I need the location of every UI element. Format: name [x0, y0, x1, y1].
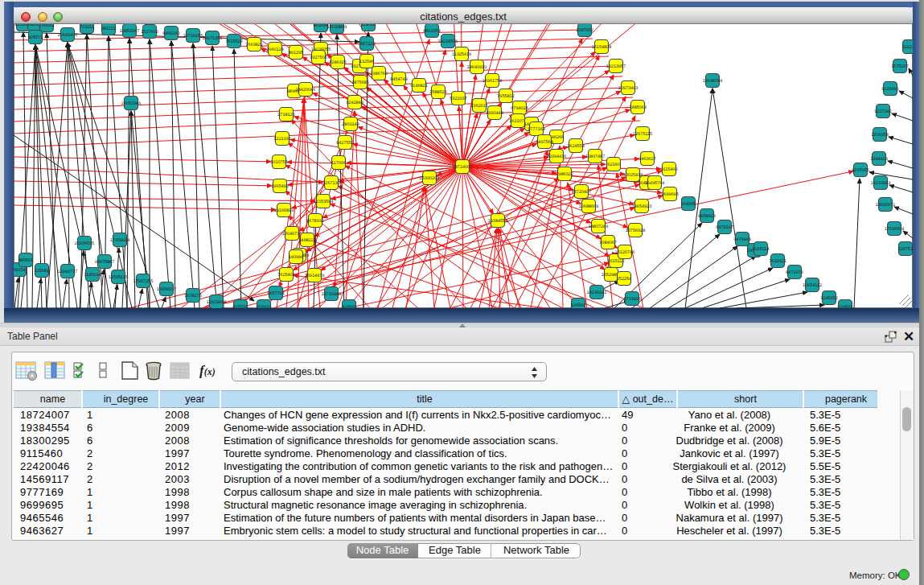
svg-text:164095: 164095 [681, 202, 696, 207]
svg-text:10025438: 10025438 [623, 173, 643, 178]
svg-text:16648784: 16648784 [703, 79, 722, 84]
svg-text:9960124: 9960124 [266, 47, 283, 52]
svg-text:10756928: 10756928 [626, 229, 645, 233]
svg-text:10973493: 10973493 [618, 86, 638, 91]
svg-text:116753: 116753 [898, 247, 913, 252]
svg-text:11325419: 11325419 [452, 52, 471, 57]
svg-text:111233: 111233 [902, 45, 913, 50]
svg-text:8427552: 8427552 [336, 141, 353, 146]
svg-text:8186325: 8186325 [329, 60, 346, 65]
svg-text:132546: 132546 [359, 60, 374, 64]
svg-text:7955812: 7955812 [497, 94, 514, 99]
svg-text:3875685: 3875685 [351, 80, 368, 85]
svg-text:12923448: 12923448 [207, 300, 226, 305]
svg-text:924501: 924501 [838, 305, 852, 308]
svg-text:93975887: 93975887 [95, 260, 114, 265]
svg-text:140994: 140994 [289, 255, 303, 260]
svg-text:8990448: 8990448 [486, 111, 503, 116]
svg-text:2803144: 2803144 [342, 122, 359, 127]
svg-text:17359924: 17359924 [110, 238, 129, 243]
svg-text:5322037: 5322037 [450, 97, 466, 101]
svg-text:9327506: 9327506 [310, 56, 326, 60]
svg-text:931002: 931002 [361, 24, 376, 27]
svg-text:19166829: 19166829 [274, 208, 294, 213]
svg-text:7485063: 7485063 [629, 105, 646, 110]
svg-text:9474444: 9474444 [733, 237, 750, 242]
svg-text:20053346: 20053346 [121, 101, 141, 106]
svg-text:16914479: 16914479 [305, 274, 324, 278]
svg-text:981122: 981122 [101, 27, 116, 31]
svg-text:10654112: 10654112 [803, 283, 822, 288]
svg-text:10807487: 10807487 [585, 154, 605, 159]
svg-text:12213957: 12213957 [606, 64, 626, 69]
svg-text:9777169: 9777169 [528, 127, 544, 132]
svg-text:17016504: 17016504 [885, 227, 904, 232]
svg-text:2386760: 2386760 [370, 72, 387, 76]
svg-text:3498222: 3498222 [298, 238, 315, 243]
svg-text:9657791: 9657791 [267, 291, 284, 296]
svg-text:8958923: 8958923 [698, 214, 715, 219]
svg-text:9146821: 9146821 [410, 84, 427, 89]
svg-text:62160: 62160 [607, 163, 619, 167]
svg-text:10719155: 10719155 [183, 34, 203, 39]
svg-text:3267130: 3267130 [322, 181, 339, 186]
svg-text:12505135: 12505135 [109, 275, 128, 280]
svg-text:19384554: 19384554 [488, 219, 507, 224]
svg-text:106540: 106540 [571, 303, 585, 308]
svg-text:2935114: 2935114 [752, 247, 769, 252]
svg-text:252254: 252254 [617, 277, 631, 282]
svg-text:20364436: 20364436 [547, 154, 566, 159]
svg-text:1221336: 1221336 [273, 137, 290, 142]
svg-text:1615112: 1615112 [607, 259, 624, 264]
svg-text:12353594: 12353594 [314, 200, 333, 204]
svg-text:1209358: 1209358 [871, 133, 888, 138]
svg-text:9245652: 9245652 [820, 296, 837, 301]
svg-text:117006: 117006 [331, 161, 346, 166]
svg-text:763211: 763211 [80, 25, 94, 30]
svg-text:2087652: 2087652 [576, 28, 593, 33]
svg-text:1145194: 1145194 [84, 273, 101, 278]
svg-text:18640910: 18640910 [467, 65, 487, 70]
svg-text:1678275: 1678275 [184, 294, 201, 299]
svg-text:18724007: 18724007 [453, 165, 472, 170]
svg-text:105531: 105531 [233, 305, 248, 308]
svg-text:19218506: 19218506 [438, 39, 458, 44]
svg-text:9699695: 9699695 [661, 192, 678, 197]
svg-text:851004: 851004 [314, 24, 328, 28]
svg-text:1362615: 1362615 [470, 104, 487, 109]
svg-text:16210643: 16210643 [871, 181, 890, 186]
svg-text:6497568: 6497568 [536, 140, 552, 145]
svg-text:6466160: 6466160 [162, 31, 179, 36]
svg-text:1010755: 1010755 [270, 160, 287, 165]
svg-text:15720407: 15720407 [572, 190, 591, 195]
svg-text:9242848: 9242848 [346, 101, 363, 105]
svg-text:8678332: 8678332 [306, 219, 323, 224]
svg-text:7625402: 7625402 [277, 273, 294, 278]
svg-text:7632621: 7632621 [769, 259, 786, 264]
svg-text:20206535: 20206535 [75, 241, 94, 246]
svg-text:1733426: 1733426 [623, 297, 640, 302]
svg-text:9463627: 9463627 [639, 157, 655, 162]
svg-text:19654923: 19654923 [632, 204, 651, 209]
svg-text:9227342: 9227342 [874, 109, 891, 114]
svg-text:7663822: 7663822 [245, 43, 262, 47]
svg-text:25300203: 25300203 [420, 176, 439, 181]
svg-text:39154: 39154 [14, 268, 26, 273]
svg-text:12975115: 12975115 [633, 132, 652, 137]
svg-text:1244413: 1244413 [870, 157, 887, 162]
svg-text:20691406: 20691406 [58, 33, 77, 38]
svg-text:15692971: 15692971 [876, 203, 895, 208]
svg-text:8471676: 8471676 [786, 270, 803, 275]
svg-text:6794024: 6794024 [511, 106, 528, 111]
svg-text:10046736: 10046736 [282, 232, 302, 237]
svg-text:14136141: 14136141 [587, 290, 606, 295]
svg-text:891295: 891295 [289, 51, 303, 56]
svg-text:18807249: 18807249 [589, 225, 608, 229]
svg-text:16120746: 16120746 [615, 250, 634, 255]
svg-text:9129966: 9129966 [881, 87, 898, 92]
svg-text:17957255: 17957255 [133, 279, 153, 284]
svg-text:924509: 924509 [342, 305, 356, 308]
svg-text:200419: 200419 [257, 305, 271, 308]
svg-text:7857224: 7857224 [358, 42, 375, 47]
svg-text:10671355: 10671355 [203, 36, 222, 41]
